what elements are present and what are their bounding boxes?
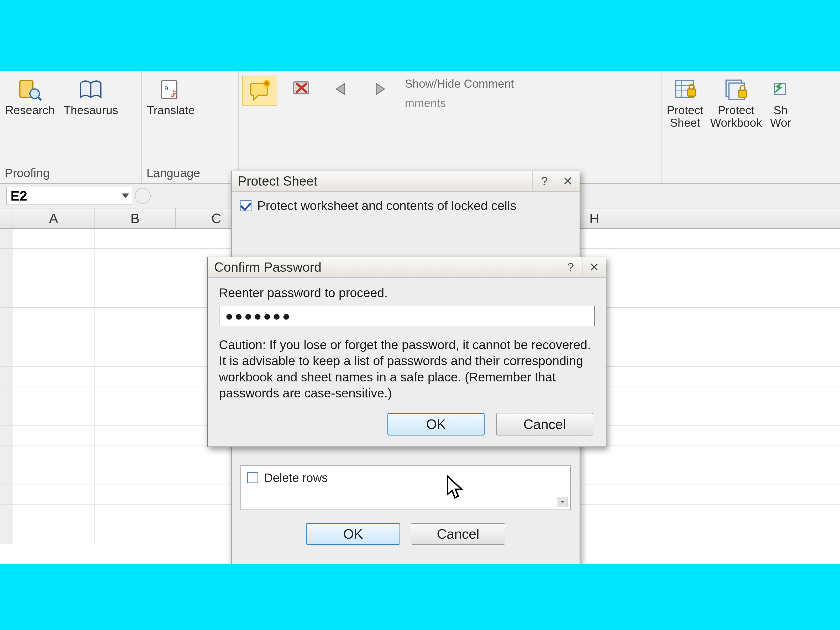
protect-workbook-button[interactable]: Protect Workbook [708, 76, 764, 131]
allow-users-listbox[interactable]: Delete rows [240, 466, 571, 510]
translate-button[interactable]: aあ Translate [145, 76, 197, 118]
name-box-dropdown-icon[interactable] [122, 193, 129, 198]
protect-contents-label: Protect worksheet and contents of locked… [257, 199, 516, 213]
group-label-language: Language [142, 166, 238, 180]
share-workbook-label: Sh Wor [770, 104, 791, 129]
arrow-right-icon [368, 77, 392, 101]
confirm-ok-button[interactable]: OK [387, 413, 485, 436]
research-icon [18, 77, 42, 101]
protect-sheet-icon [673, 77, 697, 101]
col-header[interactable]: A [13, 208, 95, 228]
protect-workbook-icon [724, 77, 748, 101]
confirm-password-titlebar[interactable]: Confirm Password ? ✕ [208, 257, 606, 278]
new-comment-button[interactable] [242, 76, 277, 106]
protect-cancel-button[interactable]: Cancel [411, 523, 505, 545]
insert-function-button[interactable] [135, 188, 151, 204]
protect-workbook-label: Protect Workbook [710, 104, 762, 129]
thesaurus-button[interactable]: Thesaurus [62, 76, 120, 118]
help-button[interactable]: ? [559, 257, 582, 277]
confirm-cancel-button[interactable]: Cancel [496, 413, 593, 436]
delete-comment-button[interactable] [288, 76, 316, 103]
next-comment-button[interactable] [366, 76, 394, 103]
close-button[interactable]: ✕ [556, 171, 579, 191]
ribbon-group-changes: Protect Sheet Protect Workbook Sh Wor [662, 71, 840, 183]
protect-sheet-button[interactable]: Protect Sheet [665, 76, 705, 131]
svg-rect-16 [687, 89, 696, 96]
previous-comment-button[interactable] [327, 76, 355, 103]
delete-rows-checkbox[interactable] [247, 472, 258, 483]
svg-text:あ: あ [171, 89, 178, 98]
svg-line-2 [38, 96, 41, 100]
translate-label: Translate [147, 104, 195, 117]
delete-comment-icon [291, 77, 314, 101]
help-button[interactable]: ? [532, 171, 556, 191]
col-header[interactable]: B [95, 208, 176, 228]
confirm-password-input[interactable]: ●●●●●●● [219, 306, 595, 326]
arrow-left-icon [329, 77, 353, 101]
thesaurus-label: Thesaurus [63, 104, 118, 117]
protect-contents-checkbox[interactable] [240, 200, 251, 211]
name-box[interactable]: E2 [6, 186, 132, 205]
svg-rect-19 [738, 90, 747, 97]
close-button[interactable]: ✕ [582, 257, 606, 277]
name-box-value: E2 [11, 188, 27, 204]
confirm-password-dialog: Confirm Password ? ✕ Reenter password to… [207, 257, 606, 447]
confirm-password-title: Confirm Password [214, 260, 321, 275]
research-label: Research [5, 104, 55, 117]
password-caution-text: Caution: If you lose or forget the passw… [219, 337, 595, 401]
translate-icon: aあ [159, 77, 183, 101]
svg-text:a: a [164, 84, 169, 92]
help-icon: ? [567, 260, 574, 274]
protect-ok-button[interactable]: OK [306, 523, 400, 545]
research-button[interactable]: Research [3, 76, 57, 118]
listbox-scroll-down-icon[interactable] [557, 497, 567, 507]
ribbon-group-language: aあ Translate Language [142, 71, 239, 183]
ribbon: Research Thesaurus Proofing aあ [0, 71, 840, 184]
new-comment-icon [248, 79, 272, 103]
show-all-comments-button-partial[interactable]: mments [405, 96, 514, 110]
close-icon: ✕ [589, 260, 599, 274]
select-all-corner[interactable] [0, 208, 13, 228]
ribbon-group-proofing: Research Thesaurus Proofing [0, 71, 142, 183]
share-workbook-icon [769, 77, 793, 101]
thesaurus-icon [79, 77, 103, 101]
password-value: ●●●●●●● [225, 308, 292, 324]
show-hide-comment-button[interactable]: Show/Hide Comment [405, 77, 514, 90]
protect-sheet-titlebar[interactable]: Protect Sheet ? ✕ [232, 171, 579, 192]
delete-rows-label: Delete rows [264, 471, 328, 485]
confirm-password-prompt: Reenter password to proceed. [219, 286, 595, 300]
share-workbook-button-partial[interactable]: Sh Wor [767, 76, 794, 131]
protect-sheet-label: Protect Sheet [667, 104, 703, 129]
close-icon: ✕ [563, 174, 573, 188]
group-label-proofing: Proofing [0, 166, 141, 180]
ribbon-group-comments: Show/Hide Comment mments [239, 71, 662, 183]
protect-sheet-title: Protect Sheet [238, 174, 317, 189]
help-icon: ? [541, 174, 548, 188]
